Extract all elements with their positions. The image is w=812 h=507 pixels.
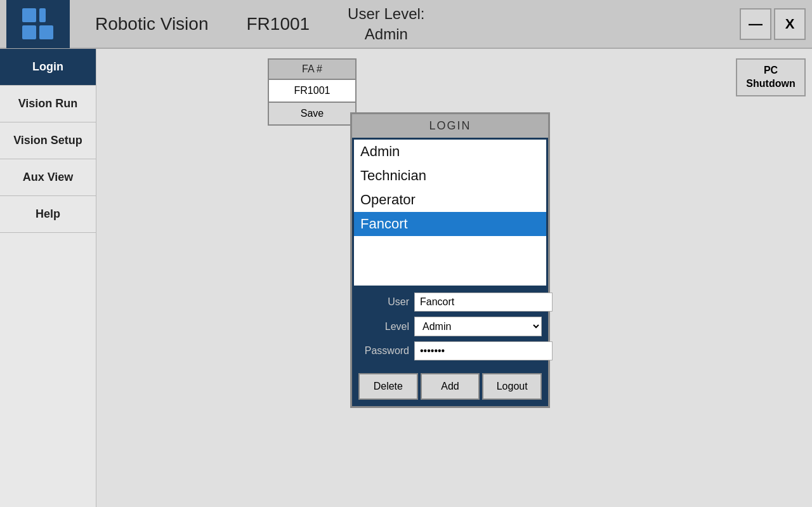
logo-icon [19, 5, 57, 43]
header-fa-code: FR1001 [246, 14, 310, 34]
logout-button[interactable]: Logout [482, 373, 542, 400]
login-panel-title: LOGIN [352, 114, 548, 138]
user-list: Admin Technician Operator Fancort [354, 140, 546, 286]
header-user-level: User Level: Admin [348, 4, 424, 43]
svg-rect-1 [22, 25, 36, 39]
user-list-item-admin[interactable]: Admin [354, 140, 546, 164]
login-panel: LOGIN Admin Technician Operator Fancort … [350, 112, 550, 408]
main-layout: Login Vision Run Vision Setup Aux View H… [0, 49, 812, 507]
header: Robotic Vision FR1001 User Level: Admin … [0, 0, 812, 49]
content-area: FA # FR1001 Save PC Shutdown LOGIN Admin… [96, 49, 812, 507]
svg-rect-3 [39, 8, 46, 22]
pc-shutdown-button[interactable]: PC Shutdown [736, 58, 806, 96]
fa-label: FA # [269, 60, 355, 80]
user-list-item-fancort[interactable]: Fancort [354, 212, 546, 236]
level-row: Level Admin Technician Operator [358, 317, 542, 336]
password-label: Password [358, 345, 409, 357]
sidebar-item-login[interactable]: Login [0, 49, 96, 86]
sidebar-item-aux-view[interactable]: Aux View [0, 159, 96, 196]
sidebar: Login Vision Run Vision Setup Aux View H… [0, 49, 96, 507]
window-controls: — X [740, 8, 806, 40]
svg-rect-0 [22, 8, 36, 22]
close-button[interactable]: X [774, 8, 806, 40]
login-buttons: Delete Add Logout [352, 371, 548, 406]
user-list-item-technician[interactable]: Technician [354, 164, 546, 188]
user-level-label: User Level: [348, 5, 424, 22]
user-row: User [358, 293, 542, 312]
user-list-item-operator[interactable]: Operator [354, 188, 546, 212]
user-label: User [358, 296, 409, 308]
sidebar-item-vision-run[interactable]: Vision Run [0, 86, 96, 122]
password-input[interactable] [414, 341, 553, 360]
svg-rect-2 [39, 25, 53, 39]
delete-button[interactable]: Delete [358, 373, 418, 400]
user-level-value: Admin [365, 25, 408, 43]
sidebar-item-vision-setup[interactable]: Vision Setup [0, 122, 96, 159]
level-select[interactable]: Admin Technician Operator [414, 317, 542, 336]
fa-value: FR1001 [269, 80, 355, 103]
fa-save-button[interactable]: Save [269, 103, 355, 124]
add-button[interactable]: Add [421, 373, 480, 400]
minimize-button[interactable]: — [740, 8, 771, 40]
level-label: Level [358, 321, 409, 333]
sidebar-item-help[interactable]: Help [0, 196, 96, 233]
user-input[interactable] [414, 293, 553, 312]
logo [6, 0, 70, 48]
app-title: Robotic Vision [95, 14, 208, 34]
login-form: User Level Admin Technician Operator Pas… [352, 287, 548, 371]
fa-box: FA # FR1001 Save [268, 58, 357, 126]
user-list-item-empty[interactable] [354, 236, 546, 261]
password-row: Password [358, 341, 542, 360]
